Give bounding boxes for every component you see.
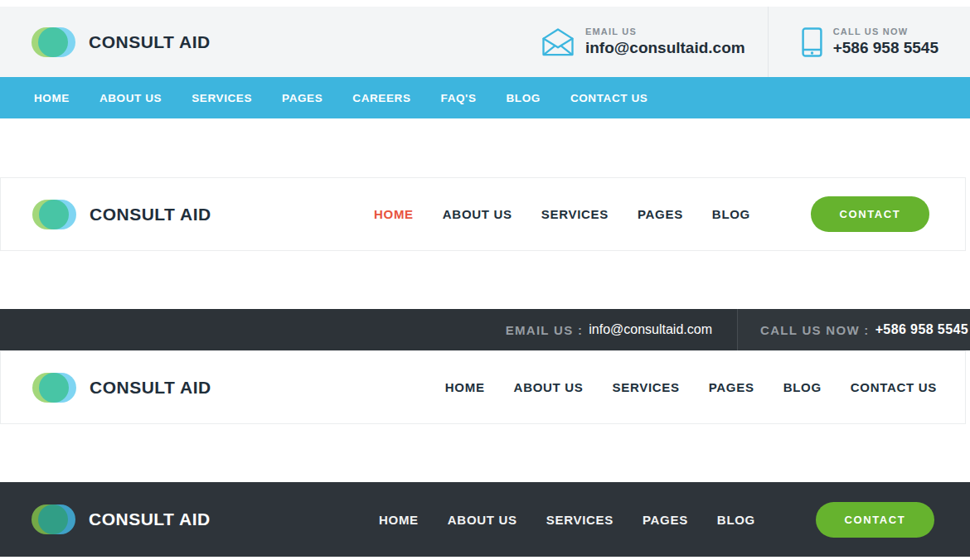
brand-name: CONSULT AID <box>90 378 211 398</box>
header1-main-nav: HOME ABOUT US SERVICES PAGES CAREERS FAQ… <box>0 77 970 118</box>
nav-home[interactable]: HOME <box>379 513 419 527</box>
phone-icon <box>802 27 822 57</box>
nav-pages[interactable]: PAGES <box>709 380 754 394</box>
nav-blog[interactable]: BLOG <box>507 92 541 104</box>
section-gap <box>0 251 970 309</box>
nav-contact-us[interactable]: CONTACT US <box>851 380 937 394</box>
email-us-block[interactable]: EMAIL US info@consultaid.com <box>541 7 768 77</box>
brand-logo-icon <box>32 200 76 229</box>
contact-button[interactable]: CONTACT <box>811 196 929 232</box>
nav-pages[interactable]: PAGES <box>643 513 688 527</box>
header2: CONSULT AID HOME ABOUT US SERVICES PAGES… <box>0 177 966 251</box>
nav-about-us[interactable]: ABOUT US <box>514 380 584 394</box>
email-label: EMAIL US : <box>506 323 584 337</box>
nav-careers[interactable]: CAREERS <box>352 92 410 104</box>
section-gap <box>0 424 970 482</box>
header4-main-nav: HOME ABOUT US SERVICES PAGES BLOG CONTAC… <box>379 502 970 538</box>
contact-button[interactable]: CONTACT <box>816 502 934 538</box>
email-label: EMAIL US <box>585 27 745 36</box>
brand-logo-icon <box>32 27 75 57</box>
nav-home[interactable]: HOME <box>445 380 485 394</box>
call-label: CALL US NOW : <box>760 323 870 337</box>
brand-logo[interactable]: CONSULT AID <box>32 27 211 57</box>
header4: CONSULT AID HOME ABOUT US SERVICES PAGES… <box>0 482 970 557</box>
nav-home-active[interactable]: HOME <box>374 207 414 221</box>
call-value[interactable]: +586 958 5545 <box>833 39 938 57</box>
bottom-margin <box>0 557 970 560</box>
brand-name: CONSULT AID <box>89 32 211 52</box>
nav-pages[interactable]: PAGES <box>282 92 323 104</box>
nav-blog[interactable]: BLOG <box>717 513 755 527</box>
call-us-block[interactable]: CALL US NOW +586 958 5545 <box>769 7 970 77</box>
call-label: CALL US NOW <box>833 27 938 36</box>
brand-logo[interactable]: CONSULT AID <box>1 200 211 229</box>
brand-name: CONSULT AID <box>90 205 211 224</box>
section-gap <box>0 118 970 177</box>
nav-about-us[interactable]: ABOUT US <box>99 92 162 104</box>
brand-logo-icon <box>32 373 76 403</box>
nav-pages[interactable]: PAGES <box>638 207 683 221</box>
brand-name: CONSULT AID <box>89 509 211 529</box>
nav-about-us[interactable]: ABOUT US <box>443 207 512 221</box>
nav-about-us[interactable]: ABOUT US <box>448 513 517 527</box>
nav-blog[interactable]: BLOG <box>712 207 750 221</box>
nav-contact-us[interactable]: CONTACT US <box>570 92 648 104</box>
header2-main-nav: HOME ABOUT US SERVICES PAGES BLOG CONTAC… <box>374 196 965 232</box>
header3-topbar: EMAIL US : info@consultaid.com CALL US N… <box>0 309 970 350</box>
nav-faqs[interactable]: FAQ'S <box>441 92 477 104</box>
email-value[interactable]: info@consultaid.com <box>589 322 712 337</box>
nav-services[interactable]: SERVICES <box>541 207 609 221</box>
top-margin <box>0 0 970 7</box>
brand-logo[interactable]: CONSULT AID <box>0 504 211 534</box>
nav-blog[interactable]: BLOG <box>783 380 822 394</box>
header3-main: CONSULT AID HOME ABOUT US SERVICES PAGES… <box>0 350 966 424</box>
nav-services[interactable]: SERVICES <box>613 380 680 394</box>
email-us-block[interactable]: EMAIL US : info@consultaid.com <box>506 309 737 350</box>
mail-icon <box>541 27 575 56</box>
header1-topbar: CONSULT AID EMAIL US info@consultaid.com <box>0 7 970 77</box>
call-value[interactable]: +586 958 5545 <box>875 322 968 337</box>
header3-main-nav: HOME ABOUT US SERVICES PAGES BLOG CONTAC… <box>445 380 965 394</box>
nav-services[interactable]: SERVICES <box>192 92 252 104</box>
header1-contact-group: EMAIL US info@consultaid.com CALL US NOW… <box>541 7 970 77</box>
nav-services[interactable]: SERVICES <box>546 513 614 527</box>
nav-home[interactable]: HOME <box>34 92 70 104</box>
email-value[interactable]: info@consultaid.com <box>585 39 745 57</box>
call-us-block[interactable]: CALL US NOW : +586 958 5545 <box>737 309 970 350</box>
brand-logo[interactable]: CONSULT AID <box>1 373 211 403</box>
brand-logo-icon <box>32 504 75 534</box>
